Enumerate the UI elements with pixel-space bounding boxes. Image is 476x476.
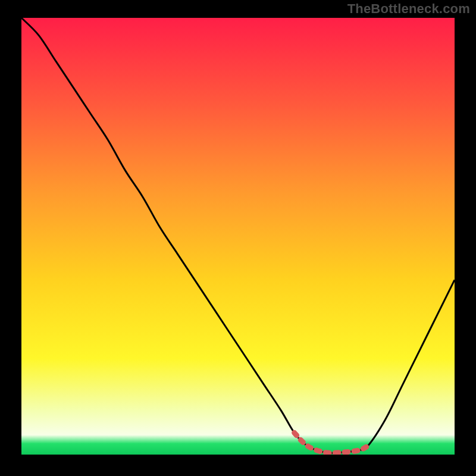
chart-svg <box>21 18 455 455</box>
chart-frame: TheBottleneck.com <box>0 0 476 476</box>
watermark-text: TheBottleneck.com <box>347 1 470 17</box>
plot-area <box>21 18 455 455</box>
chart-background <box>21 18 455 455</box>
